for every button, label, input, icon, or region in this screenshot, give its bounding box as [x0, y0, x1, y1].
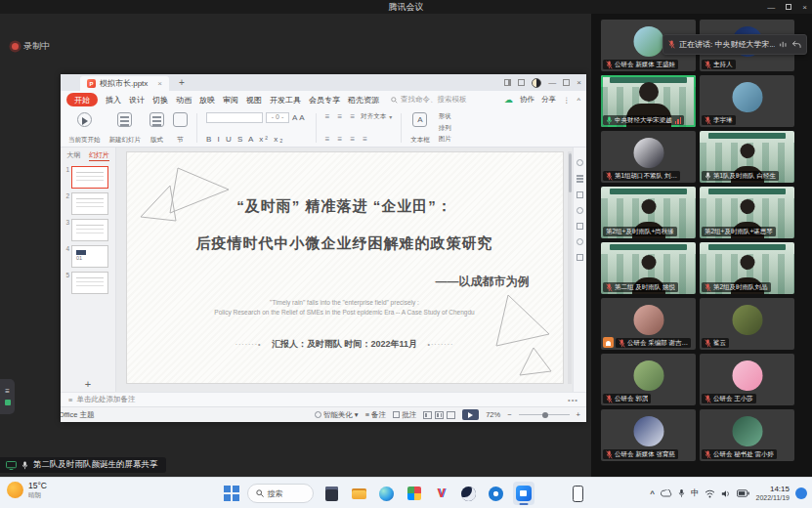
arrange-button[interactable]: 排列: [439, 124, 451, 133]
close-icon[interactable]: ×: [802, 3, 807, 12]
blue-app-icon[interactable]: [486, 482, 507, 505]
participant-tile[interactable]: 第二组 及时雨队 姚悦: [601, 242, 696, 294]
indent-buttons[interactable]: ≡ ≡ ≡ ≡: [325, 135, 370, 144]
reading-view-icon[interactable]: [447, 411, 455, 419]
menu-tab[interactable]: 设计: [129, 95, 145, 106]
participant-tile[interactable]: 第2组+及时雨队+谌思琴: [700, 187, 794, 238]
zoom-slider[interactable]: [519, 414, 570, 415]
smart-beautify-button[interactable]: 智能美化 ▾: [315, 410, 359, 420]
notepad-icon[interactable]: [321, 482, 343, 505]
wifi-icon[interactable]: [705, 489, 715, 498]
layout-grid-icon[interactable]: [518, 79, 525, 86]
layout-button[interactable]: 版式: [150, 111, 164, 145]
participant-tile[interactable]: 第1队及时雨队 白经生: [700, 131, 794, 183]
format-buttons[interactable]: B I U S A x² x₂: [206, 135, 284, 144]
textbox-button[interactable]: A 文本框: [410, 111, 430, 145]
wps-maximize-icon[interactable]: [563, 79, 570, 86]
section-button[interactable]: 节: [173, 111, 188, 145]
battery-icon[interactable]: [737, 489, 749, 497]
slide[interactable]: “及时雨” 精准落进 “企业田”： 后疫情时代中小微企业纾困解难的政策研究 ——…: [126, 151, 564, 384]
font-grow-shrink[interactable]: AA: [292, 113, 307, 122]
menu-tab[interactable]: 放映: [199, 95, 215, 106]
participant-tile[interactable]: 公研会 王小莎: [700, 354, 794, 405]
your-phone-icon[interactable]: [568, 482, 589, 505]
collab-button[interactable]: 协作: [520, 95, 534, 105]
taskbar-search[interactable]: 搜索: [247, 484, 314, 503]
play-from-current-button[interactable]: 当前页开始: [68, 111, 101, 145]
collapse-ribbon-icon[interactable]: ^: [577, 96, 580, 105]
split-view-icon[interactable]: [504, 79, 511, 86]
menu-tab[interactable]: 动画: [176, 95, 192, 106]
slide-thumbnail[interactable]: 401: [61, 243, 115, 270]
menu-tab[interactable]: 视图: [246, 95, 262, 106]
new-tab-button[interactable]: +: [179, 77, 185, 88]
align-text-button[interactable]: 对齐文本: [361, 112, 386, 121]
account-avatar[interactable]: [532, 78, 541, 88]
sorter-view-icon[interactable]: [435, 411, 444, 419]
tray-mic-icon[interactable]: [678, 488, 685, 498]
cloud-sync-icon[interactable]: ☁: [504, 95, 513, 105]
side-tool-icon[interactable]: [577, 207, 583, 214]
comments-toggle[interactable]: 批注: [393, 410, 416, 420]
slides-tab[interactable]: 幻灯片: [89, 150, 109, 161]
media-app-icon[interactable]: [458, 482, 480, 505]
share-button[interactable]: 分享: [541, 95, 556, 105]
slideshow-button[interactable]: [462, 409, 479, 420]
participant-tile[interactable]: 公研会 采编部 谢吉…: [601, 298, 696, 350]
participant-tile[interactable]: 第1组胡口不紧队 刘…: [601, 131, 696, 183]
menu-tab[interactable]: 切换: [152, 95, 168, 106]
side-tool-icon[interactable]: [577, 159, 583, 166]
tray-expand-icon[interactable]: ^: [650, 489, 655, 498]
store-icon[interactable]: [404, 482, 425, 505]
menu-tab[interactable]: 会员专享: [309, 95, 340, 106]
normal-view-icon[interactable]: [423, 411, 432, 419]
taskbar-clock[interactable]: 14:15 2022/11/19: [755, 485, 790, 502]
notes-toggle[interactable]: ≡ 备注: [365, 410, 386, 420]
tab-close-icon[interactable]: ×: [157, 79, 162, 88]
command-search[interactable]: 查找命令、搜索模板: [391, 95, 467, 105]
edge-icon[interactable]: [376, 482, 398, 505]
canvas-scrollbar[interactable]: [568, 151, 572, 384]
participant-tile[interactable]: 李宇琳: [700, 75, 794, 127]
file-explorer-icon[interactable]: [349, 482, 370, 505]
cloud-icon[interactable]: [661, 489, 672, 497]
font-name-box[interactable]: [206, 112, 263, 123]
participant-tile[interactable]: 鲨云: [700, 298, 794, 350]
add-slide-button[interactable]: +: [61, 378, 115, 390]
shape-button[interactable]: 形状: [439, 112, 451, 121]
outline-tab[interactable]: 大纲: [66, 150, 80, 161]
notification-badge[interactable]: [795, 487, 807, 499]
menu-tab[interactable]: 开始: [66, 93, 98, 106]
wps-close-icon[interactable]: ×: [577, 78, 581, 87]
notes-bar[interactable]: ≡ 单击此处添加备注 •••: [61, 392, 586, 406]
participant-tile[interactable]: 公研会 秘书处 雷小婷: [700, 409, 794, 461]
slide-thumbnail[interactable]: 5: [61, 270, 115, 296]
side-tool-icon[interactable]: [577, 254, 583, 261]
reply-arrow-icon[interactable]: [791, 40, 801, 49]
participant-tile[interactable]: 公研会 新媒体 张育慈: [601, 409, 696, 461]
participant-tile[interactable]: 中央财经大学宋梁越: [601, 75, 696, 127]
more-menu-icon[interactable]: ⋮: [563, 96, 571, 105]
meeting-side-widget[interactable]: ≡: [0, 379, 15, 414]
wps-minimize-icon[interactable]: —: [548, 78, 556, 87]
maximize-icon[interactable]: [786, 4, 791, 10]
side-tool-icon[interactable]: [577, 178, 583, 180]
slide-thumbnail[interactable]: 3: [61, 217, 115, 243]
slide-thumbnail[interactable]: 2: [61, 190, 115, 217]
picture-button[interactable]: 图片: [439, 135, 451, 144]
document-tab[interactable]: P 模拟市长.pptx ×: [80, 76, 169, 91]
side-tool-icon[interactable]: [577, 238, 583, 245]
font-size-box[interactable]: - 0 -: [266, 112, 289, 123]
slide-thumbnail[interactable]: 1: [61, 164, 115, 190]
menu-tab[interactable]: 插入: [106, 95, 121, 106]
side-tool-icon[interactable]: [577, 223, 583, 230]
zoom-level[interactable]: 72%: [486, 410, 500, 419]
menu-tab[interactable]: 开发工具: [270, 95, 301, 106]
v-app-icon[interactable]: [431, 482, 452, 505]
minimize-icon[interactable]: —: [767, 3, 775, 12]
weather-widget[interactable]: 15°C 晴朗: [7, 482, 47, 498]
menu-tab[interactable]: 审阅: [223, 95, 238, 106]
participant-tile[interactable]: 公研会 郭淇: [601, 354, 696, 405]
zoom-in-button[interactable]: +: [577, 410, 580, 419]
side-tool-icon[interactable]: [577, 191, 583, 198]
